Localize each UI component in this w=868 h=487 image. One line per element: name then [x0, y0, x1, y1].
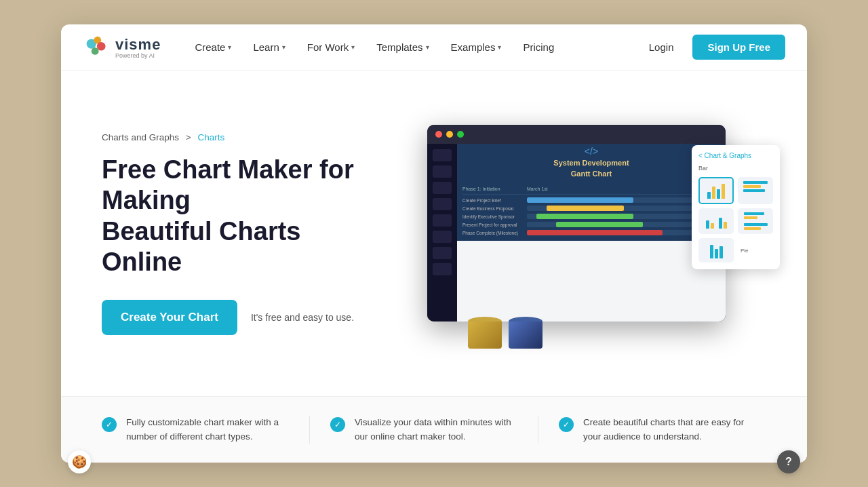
- cylinder-gold: [468, 317, 502, 349]
- feature-item-1: ✓ Fully customizable chart maker with a …: [102, 416, 309, 444]
- create-chart-button[interactable]: Create Your Chart: [102, 300, 237, 335]
- svg-point-3: [92, 47, 99, 55]
- breadcrumb-current: Charts: [197, 132, 224, 142]
- browser-main: </> System Development Gantt Chart Phase…: [457, 144, 726, 322]
- gantt-body: Phase 1: Initiation March 1st Create Pro…: [457, 181, 726, 241]
- cta-tagline: It's free and easy to use.: [251, 312, 354, 323]
- chevron-down-icon: ▾: [351, 43, 355, 51]
- cylinders-decoration: [468, 317, 542, 349]
- gantt-row: Identify Executive Sponsor: [462, 214, 720, 219]
- sidebar-icon: [433, 247, 452, 259]
- nav-learn[interactable]: Learn ▾: [243, 36, 294, 58]
- dot-red: [435, 131, 442, 138]
- chevron-down-icon: ▾: [282, 43, 285, 51]
- feature-text-2: Visualize your data within minutes with …: [355, 416, 524, 444]
- breadcrumb-root[interactable]: Charts and Graphs: [102, 132, 179, 142]
- chart-pie-label: Pie: [738, 238, 773, 262]
- check-icon-2: ✓: [330, 417, 345, 432]
- dot-yellow: [446, 131, 453, 138]
- chart-panel-back[interactable]: < Chart & Graphs: [698, 152, 751, 159]
- cylinder-blue: [509, 317, 542, 349]
- chevron-down-icon: ▾: [426, 43, 429, 51]
- nav-links: Create ▾ Learn ▾ For Work ▾ Templates ▾ …: [185, 36, 640, 58]
- hero-section: Charts and Graphs > Charts Free Chart Ma…: [61, 71, 807, 396]
- nav-templates[interactable]: Templates ▾: [367, 36, 438, 58]
- feature-item-2: ✓ Visualize your data within minutes wit…: [309, 416, 538, 444]
- nav-examples[interactable]: Examples ▾: [441, 36, 511, 58]
- check-icon-3: ✓: [559, 417, 574, 432]
- navbar: visme Powered by AI Create ▾ Learn ▾ For…: [61, 24, 807, 71]
- browser-bar: [427, 125, 726, 144]
- chart-thumb-grouped[interactable]: [698, 208, 734, 234]
- sidebar-icon: [433, 214, 452, 227]
- chart-panel-section: Bar: [698, 165, 773, 172]
- nav-create[interactable]: Create ▾: [185, 36, 241, 58]
- gantt-row: Create Project Brief: [462, 197, 720, 203]
- cta-row: Create Your Chart It's free and easy to …: [102, 300, 387, 335]
- chart-thumb-hgrouped[interactable]: [738, 208, 773, 234]
- nav-for-work[interactable]: For Work ▾: [298, 36, 364, 58]
- chart-grid: Pie: [698, 177, 773, 262]
- sidebar-icon: [433, 165, 452, 178]
- gantt-title: System Development Gantt Chart: [553, 158, 629, 179]
- browser-mockup: </> System Development Gantt Chart Phase…: [427, 125, 726, 322]
- signup-button[interactable]: Sign Up Free: [692, 35, 785, 60]
- sidebar-icon: [433, 263, 452, 275]
- hero-illustration: </> System Development Gantt Chart Phase…: [414, 125, 766, 342]
- browser-sidebar: [427, 144, 457, 322]
- chart-thumb-bar[interactable]: [698, 177, 734, 204]
- login-button[interactable]: Login: [641, 36, 682, 58]
- gantt-row: Present Project for approval: [462, 222, 720, 227]
- breadcrumb: Charts and Graphs > Charts: [102, 132, 387, 142]
- hero-content: Charts and Graphs > Charts Free Chart Ma…: [102, 132, 387, 335]
- chart-thumb-single[interactable]: [698, 238, 734, 262]
- feature-text-3: Create beautiful charts that are easy fo…: [583, 416, 753, 444]
- nav-pricing[interactable]: Pricing: [513, 36, 564, 58]
- sidebar-icon: [433, 231, 452, 243]
- cookie-button[interactable]: 🍪: [68, 450, 91, 473]
- chevron-down-icon: ▾: [228, 43, 231, 51]
- gantt-date-label: March 1st: [527, 187, 548, 191]
- gantt-phase-label: Phase 1: Initiation: [462, 187, 527, 191]
- check-icon-1: ✓: [102, 417, 117, 432]
- gantt-row: Phase Complete (Milestone): [462, 230, 720, 235]
- nav-right: Login Sign Up Free: [641, 35, 785, 60]
- hero-title: Free Chart Maker for Making Beautiful Ch…: [102, 155, 387, 278]
- logo-visme-text: visme: [115, 36, 161, 54]
- logo[interactable]: visme Powered by AI: [83, 35, 161, 60]
- sidebar-icon: [433, 149, 452, 161]
- feature-text-1: Fully customizable chart maker with a nu…: [126, 416, 296, 444]
- chart-panel-header: < Chart & Graphs: [698, 152, 773, 159]
- help-button[interactable]: ?: [777, 450, 800, 473]
- sidebar-icon: [433, 182, 452, 194]
- chart-thumb-hbar[interactable]: [738, 177, 773, 204]
- dot-green: [457, 131, 464, 138]
- feature-item-3: ✓ Create beautiful charts that are easy …: [538, 416, 766, 444]
- chevron-down-icon: ▾: [498, 43, 501, 51]
- sidebar-icon: [433, 198, 452, 210]
- gantt-row: Create Business Proposal: [462, 206, 720, 211]
- logo-powered-text: Powered by AI: [115, 52, 161, 59]
- gantt-header: </> System Development Gantt Chart: [457, 144, 726, 181]
- features-section: ✓ Fully customizable chart maker with a …: [61, 396, 807, 463]
- breadcrumb-separator: >: [186, 132, 191, 142]
- chart-panel: < Chart & Graphs Bar: [692, 145, 780, 269]
